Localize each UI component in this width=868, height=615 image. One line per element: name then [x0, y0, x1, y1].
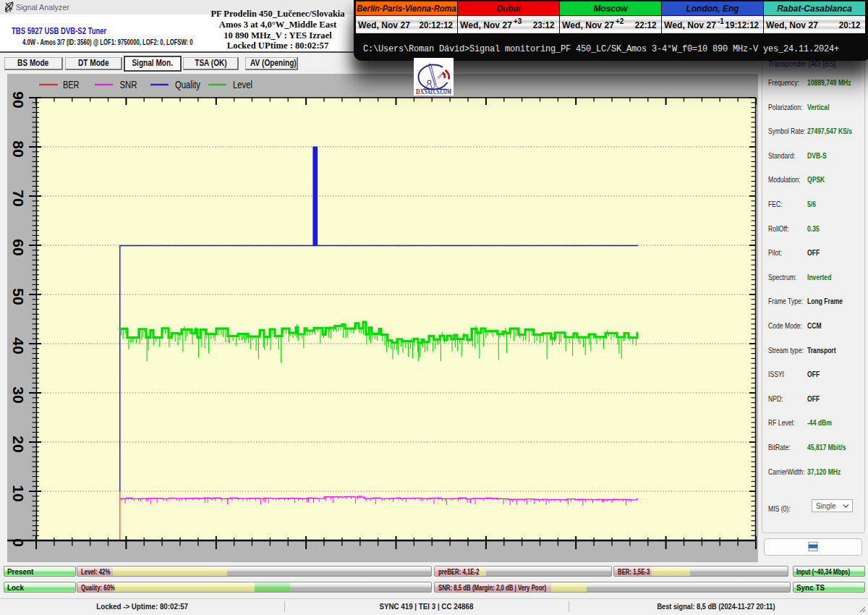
svg-text:30: 30 — [10, 386, 27, 403]
svg-text:SATCS.COM: SATCS.COM — [425, 88, 451, 96]
svg-text:0: 0 — [10, 538, 27, 547]
svg-text:60: 60 — [10, 239, 27, 255]
svg-text:Quality: Quality — [175, 79, 200, 90]
svg-text:50: 50 — [10, 288, 27, 305]
svg-text:90: 90 — [10, 91, 27, 108]
svg-text:10: 10 — [10, 485, 27, 501]
svg-text:BER: BER — [63, 79, 80, 90]
svg-text:40: 40 — [10, 337, 27, 354]
svg-text:20: 20 — [10, 436, 27, 452]
svg-text:70: 70 — [10, 190, 27, 206]
svg-text:80: 80 — [10, 140, 27, 157]
svg-text:SNR: SNR — [120, 79, 137, 90]
svg-text:Level: Level — [233, 79, 252, 90]
svg-text:DX: DX — [416, 88, 425, 96]
